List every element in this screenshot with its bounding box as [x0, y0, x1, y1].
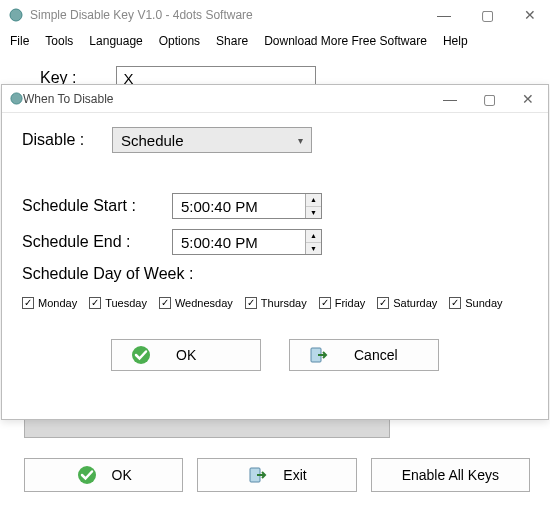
- disable-select[interactable]: Schedule ▾: [112, 127, 312, 153]
- dialog-maximize-button[interactable]: ▢: [477, 89, 502, 109]
- svg-point-4: [132, 346, 150, 364]
- dow-friday: Friday: [335, 297, 366, 309]
- dialog-titlebar: When To Disable — ▢ ✕: [2, 85, 548, 113]
- checkbox-tuesday[interactable]: ✓: [89, 297, 101, 309]
- menu-download[interactable]: Download More Free Software: [264, 34, 427, 48]
- main-button-bar: OK Exit Enable All Keys: [24, 458, 530, 492]
- schedule-end-input[interactable]: 5:00:40 PM ▲ ▼: [172, 229, 322, 255]
- dialog-cancel-label: Cancel: [354, 347, 398, 363]
- dow-wednesday: Wednesday: [175, 297, 233, 309]
- dow-tuesday: Tuesday: [105, 297, 147, 309]
- dialog-ok-label: OK: [176, 347, 196, 363]
- schedule-end-value: 5:00:40 PM: [173, 230, 305, 254]
- menu-help[interactable]: Help: [443, 34, 468, 48]
- dow-row: ✓Monday ✓Tuesday ✓Wednesday ✓Thursday ✓F…: [22, 297, 528, 309]
- exit-icon: [247, 464, 269, 486]
- dialog-cancel-button[interactable]: Cancel: [289, 339, 439, 371]
- ok-button[interactable]: OK: [24, 458, 183, 492]
- spinner-down-icon[interactable]: ▼: [306, 207, 321, 219]
- spinner-down-icon[interactable]: ▼: [306, 243, 321, 255]
- checkbox-thursday[interactable]: ✓: [245, 297, 257, 309]
- chevron-down-icon: ▾: [298, 135, 303, 146]
- enable-all-label: Enable All Keys: [402, 467, 499, 483]
- enable-all-keys-button[interactable]: Enable All Keys: [371, 458, 530, 492]
- checkbox-sunday[interactable]: ✓: [449, 297, 461, 309]
- schedule-end-label: Schedule End :: [22, 233, 172, 251]
- menubar: File Tools Language Options Share Downlo…: [0, 30, 550, 54]
- schedule-end-spinner[interactable]: ▲ ▼: [305, 230, 321, 254]
- spinner-up-icon[interactable]: ▲: [306, 194, 321, 207]
- dow-monday: Monday: [38, 297, 77, 309]
- exit-label: Exit: [283, 467, 306, 483]
- dialog-minimize-button[interactable]: —: [437, 89, 463, 109]
- checkbox-monday[interactable]: ✓: [22, 297, 34, 309]
- main-titlebar: Simple Disable Key V1.0 - 4dots Software…: [0, 0, 550, 30]
- window-title: Simple Disable Key V1.0 - 4dots Software: [30, 8, 431, 22]
- app-icon: [8, 7, 24, 23]
- cancel-icon: [308, 344, 330, 366]
- schedule-start-label: Schedule Start :: [22, 197, 172, 215]
- ok-icon: [76, 464, 98, 486]
- maximize-button[interactable]: ▢: [475, 5, 500, 25]
- close-button[interactable]: ✕: [518, 5, 542, 25]
- ok-label: OK: [112, 467, 132, 483]
- checkbox-saturday[interactable]: ✓: [377, 297, 389, 309]
- spinner-up-icon[interactable]: ▲: [306, 230, 321, 243]
- dow-sunday: Sunday: [465, 297, 502, 309]
- dialog-title: When To Disable: [23, 92, 437, 106]
- svg-point-0: [10, 9, 22, 21]
- dialog-close-button[interactable]: ✕: [516, 89, 540, 109]
- dow-saturday: Saturday: [393, 297, 437, 309]
- checkbox-wednesday[interactable]: ✓: [159, 297, 171, 309]
- disable-select-value: Schedule: [121, 132, 184, 149]
- ok-icon: [130, 344, 152, 366]
- dow-thursday: Thursday: [261, 297, 307, 309]
- svg-point-1: [78, 466, 96, 484]
- menu-file[interactable]: File: [10, 34, 29, 48]
- minimize-button[interactable]: —: [431, 5, 457, 25]
- menu-tools[interactable]: Tools: [45, 34, 73, 48]
- exit-button[interactable]: Exit: [197, 458, 356, 492]
- when-to-disable-dialog: When To Disable — ▢ ✕ Disable : Schedule…: [1, 84, 549, 420]
- checkbox-friday[interactable]: ✓: [319, 297, 331, 309]
- schedule-start-input[interactable]: 5:00:40 PM ▲ ▼: [172, 193, 322, 219]
- dialog-app-icon: [10, 92, 23, 105]
- menu-language[interactable]: Language: [89, 34, 142, 48]
- schedule-start-value: 5:00:40 PM: [173, 194, 305, 218]
- schedule-start-spinner[interactable]: ▲ ▼: [305, 194, 321, 218]
- svg-point-3: [11, 93, 22, 104]
- menu-options[interactable]: Options: [159, 34, 200, 48]
- menu-share[interactable]: Share: [216, 34, 248, 48]
- disable-label: Disable :: [22, 131, 112, 149]
- dow-label: Schedule Day of Week :: [22, 265, 528, 283]
- dialog-ok-button[interactable]: OK: [111, 339, 261, 371]
